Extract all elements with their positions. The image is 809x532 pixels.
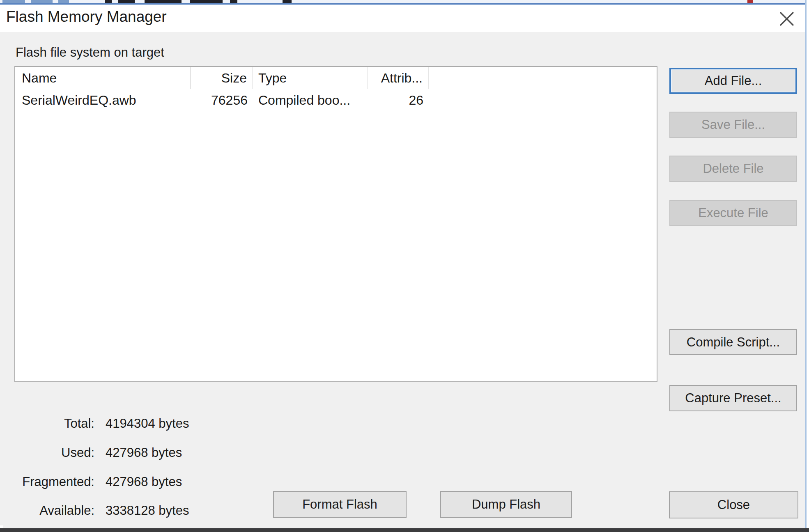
dialog-title: Flash Memory Manager xyxy=(6,8,167,25)
stat-used: Used: 427968 bytes xyxy=(0,445,230,462)
stat-fragmented-label: Fragmented: xyxy=(0,475,94,489)
file-list-header: Name Size Type Attrib... xyxy=(15,67,657,89)
delete-file-button[interactable]: Delete File xyxy=(669,156,797,182)
stat-total-label: Total: xyxy=(0,416,94,431)
stat-fragmented-value: 427968 bytes xyxy=(106,475,182,489)
remnant-mark xyxy=(58,0,69,3)
column-header-size[interactable]: Size xyxy=(191,67,253,89)
file-list[interactable]: Name Size Type Attrib... SerialWeirdEQ.a… xyxy=(14,66,657,382)
top-window-remnant xyxy=(0,0,809,5)
execute-file-button[interactable]: Execute File xyxy=(669,200,797,226)
cell-file-name: SerialWeirdEQ.awb xyxy=(15,90,191,110)
stat-available-label: Available: xyxy=(0,503,94,518)
remnant-mark xyxy=(31,0,53,3)
stat-total: Total: 4194304 bytes xyxy=(0,416,230,433)
remnant-mark xyxy=(747,0,753,3)
capture-preset-button[interactable]: Capture Preset... xyxy=(669,385,797,411)
format-flash-button[interactable]: Format Flash xyxy=(273,491,407,518)
stat-used-value: 427968 bytes xyxy=(106,445,182,460)
close-x-glyph xyxy=(779,11,795,27)
window-right-margin xyxy=(807,0,809,532)
close-icon[interactable] xyxy=(776,9,798,29)
dialog-titlebar: Flash Memory Manager xyxy=(0,5,809,32)
cell-file-attrib: 26 xyxy=(368,90,429,110)
stat-available-value: 3338128 bytes xyxy=(106,503,189,518)
save-file-button[interactable]: Save File... xyxy=(669,112,797,138)
remnant-mark xyxy=(118,0,135,3)
dialog-body: Flash file system on target Name Size Ty… xyxy=(0,32,809,529)
cell-file-size: 76256 xyxy=(191,90,253,110)
flash-memory-manager-dialog: Flash Memory Manager Flash file system o… xyxy=(0,0,809,532)
cell-file-type: Compiled boo... xyxy=(253,90,368,110)
column-header-attrib[interactable]: Attrib... xyxy=(368,67,429,89)
close-button[interactable]: Close xyxy=(669,491,798,518)
add-file-button[interactable]: Add File... xyxy=(669,68,797,94)
stat-used-label: Used: xyxy=(0,445,94,460)
remnant-mark xyxy=(230,0,237,3)
remnant-mark xyxy=(190,0,223,3)
remnant-mark xyxy=(283,0,292,3)
group-label: Flash file system on target xyxy=(16,45,164,60)
column-header-name[interactable]: Name xyxy=(15,67,191,89)
stat-total-value: 4194304 bytes xyxy=(106,416,189,431)
screenshot-bottom-edge xyxy=(0,528,809,532)
remnant-mark xyxy=(105,0,112,3)
column-header-type[interactable]: Type xyxy=(253,67,368,89)
stat-available: Available: 3338128 bytes xyxy=(0,503,230,520)
remnant-mark xyxy=(145,0,182,3)
stat-fragmented: Fragmented: 427968 bytes xyxy=(0,475,230,491)
remnant-mark xyxy=(2,0,25,3)
compile-script-button[interactable]: Compile Script... xyxy=(669,329,797,355)
table-row[interactable]: SerialWeirdEQ.awb 76256 Compiled boo... … xyxy=(15,90,657,110)
dump-flash-button[interactable]: Dump Flash xyxy=(440,491,572,518)
